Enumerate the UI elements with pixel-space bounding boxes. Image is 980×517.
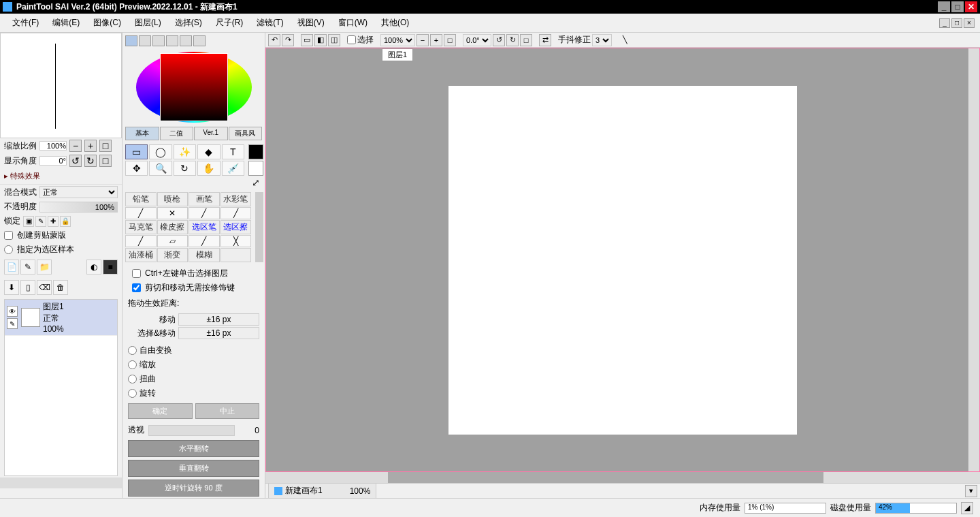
menu-filter[interactable]: 滤镜(T): [250, 14, 290, 31]
move-value[interactable]: ±16 px: [178, 313, 259, 326]
rotate-reset-button[interactable]: □: [99, 155, 112, 167]
fx-section-header[interactable]: ▸ 特殊效果: [0, 168, 122, 185]
palette-tab-ver1[interactable]: Ver.1: [194, 127, 228, 140]
lock-pixels-icon[interactable]: ▣: [23, 216, 34, 227]
flip-vertical-button[interactable]: 垂直翻转: [128, 460, 259, 477]
background-color[interactable]: [248, 161, 263, 176]
color-mixer-tab[interactable]: [166, 35, 178, 46]
brush-airbrush[interactable]: ✕: [157, 207, 189, 219]
menu-layer[interactable]: 图层(L): [128, 14, 168, 31]
rotate-90ccw-button[interactable]: 逆时针旋转 90 度: [128, 480, 259, 497]
perspective-slider[interactable]: [148, 425, 235, 436]
swap-colors-icon[interactable]: ⤢: [248, 177, 263, 188]
zoom-input[interactable]: [39, 141, 67, 151]
zoom-in-button-tb[interactable]: +: [430, 34, 442, 46]
mask-black-button[interactable]: ■: [103, 260, 118, 275]
canvas[interactable]: [448, 86, 797, 435]
maximize-button[interactable]: □: [951, 1, 964, 12]
rotate-ccw-button[interactable]: ↺: [69, 155, 82, 167]
lock-all-icon[interactable]: 🔒: [60, 216, 71, 227]
brush-eraser[interactable]: ▱: [157, 235, 189, 247]
menu-view[interactable]: 视图(V): [291, 14, 331, 31]
menu-other[interactable]: 其他(O): [374, 14, 416, 31]
palette-tab-basic[interactable]: 基本: [125, 127, 159, 140]
brush-pencil[interactable]: ╱: [125, 207, 157, 219]
merge-down-button[interactable]: ⬇: [4, 280, 19, 295]
rotate-reset-button-tb[interactable]: □: [520, 34, 532, 46]
flip-horizontal-button[interactable]: 水平翻转: [128, 440, 259, 457]
redo-button[interactable]: ↷: [282, 34, 294, 46]
rotate-cw-button-tb[interactable]: ↻: [506, 34, 519, 46]
menu-image[interactable]: 图像(C): [86, 14, 128, 31]
delete-layer-button[interactable]: 🗑: [53, 280, 68, 295]
rotate-cw-button[interactable]: ↻: [84, 155, 97, 167]
layer-visibility-icon[interactable]: 👁: [7, 306, 18, 317]
zoom-fit-button[interactable]: □: [99, 140, 112, 152]
angle-input[interactable]: [39, 156, 67, 166]
transform-cancel-button[interactable]: 中止: [195, 403, 260, 419]
status-resize-grip[interactable]: ◢: [961, 502, 973, 514]
flip-h-button-tb[interactable]: ⇄: [539, 34, 551, 46]
zoom-select[interactable]: 100%: [380, 34, 415, 46]
horizontal-scrollbar[interactable]: [265, 472, 969, 483]
new-linework-button[interactable]: ✎: [20, 260, 35, 275]
eyedropper-tool[interactable]: 💉: [222, 161, 244, 176]
mdi-close-button[interactable]: ×: [964, 18, 975, 28]
color-wheel[interactable]: [136, 52, 252, 123]
magic-wand-tool[interactable]: ✨: [174, 144, 196, 159]
canvas-viewport[interactable]: 图层1: [265, 48, 980, 472]
brush-seleraser[interactable]: ╳: [220, 235, 252, 247]
new-folder-button[interactable]: 📁: [37, 260, 52, 275]
brush-scrollbar[interactable]: [255, 192, 263, 262]
select-tool[interactable]: ▭: [125, 144, 148, 159]
color-rgb-tab[interactable]: [139, 35, 151, 46]
brush-watercolor[interactable]: ╱: [220, 207, 252, 219]
layer-edit-icon[interactable]: ✎: [7, 318, 18, 329]
show-selection-button[interactable]: ◫: [328, 34, 340, 46]
color-square[interactable]: [160, 53, 228, 121]
move-tool[interactable]: ✥: [125, 161, 148, 176]
brush-brush[interactable]: ╱: [189, 207, 220, 219]
undo-button[interactable]: ↶: [268, 34, 280, 46]
zoom-in-button[interactable]: +: [84, 140, 97, 152]
left-scrollbar[interactable]: [0, 477, 122, 488]
zoom-fit-button-tb[interactable]: □: [444, 34, 456, 46]
line-tool-icon[interactable]: ╲: [619, 34, 631, 46]
transform-scale-radio[interactable]: [128, 360, 137, 369]
select-checkbox[interactable]: [347, 35, 356, 44]
vertical-scrollbar[interactable]: [968, 48, 979, 471]
document-tab[interactable]: 新建画布1 100%: [268, 483, 376, 499]
blend-mode-select[interactable]: 正常: [39, 186, 118, 198]
mdi-restore-button[interactable]: □: [951, 18, 962, 28]
layer-item[interactable]: 👁 ✎ 图层1 正常 100%: [5, 300, 117, 336]
invert-button[interactable]: ◧: [314, 34, 327, 46]
lasso-tool[interactable]: ◯: [149, 144, 172, 159]
zoom-out-button[interactable]: −: [69, 140, 82, 152]
lock-move-icon[interactable]: ✚: [48, 216, 59, 227]
clear-layer-button[interactable]: ⌫: [37, 280, 52, 295]
menu-ruler[interactable]: 尺子(R): [209, 14, 250, 31]
mask-button[interactable]: ◐: [86, 260, 101, 275]
transform-rotate-radio[interactable]: [128, 389, 137, 398]
brush-selpen[interactable]: ╱: [189, 235, 220, 247]
foreground-color[interactable]: [248, 144, 263, 159]
rotate-tool[interactable]: ↻: [174, 161, 196, 176]
shape-tool[interactable]: ◆: [197, 144, 220, 159]
zoom-tool[interactable]: 🔍: [149, 161, 172, 176]
color-wheel-tab[interactable]: [125, 35, 137, 46]
transfer-down-button[interactable]: ▯: [20, 280, 35, 295]
doc-menu-button[interactable]: ▾: [965, 485, 977, 497]
color-swatches-tab[interactable]: [180, 35, 192, 46]
palette-tab-painting[interactable]: 画具风: [229, 127, 263, 140]
menu-select[interactable]: 选择(S): [168, 14, 209, 31]
rotate-ccw-button-tb[interactable]: ↺: [493, 34, 505, 46]
transform-distort-radio[interactable]: [128, 375, 137, 383]
cut-move-checkbox[interactable]: [132, 283, 141, 292]
palette-tab-binary[interactable]: 二值: [160, 127, 194, 140]
selmove-value[interactable]: ±16 px: [178, 327, 259, 339]
opacity-slider[interactable]: 100%: [39, 202, 118, 213]
stabilizer-select[interactable]: 3: [592, 34, 612, 46]
clip-mask-checkbox[interactable]: [4, 231, 13, 240]
transform-ok-button[interactable]: 确定: [128, 403, 193, 419]
color-scratchpad-tab[interactable]: [193, 35, 206, 46]
